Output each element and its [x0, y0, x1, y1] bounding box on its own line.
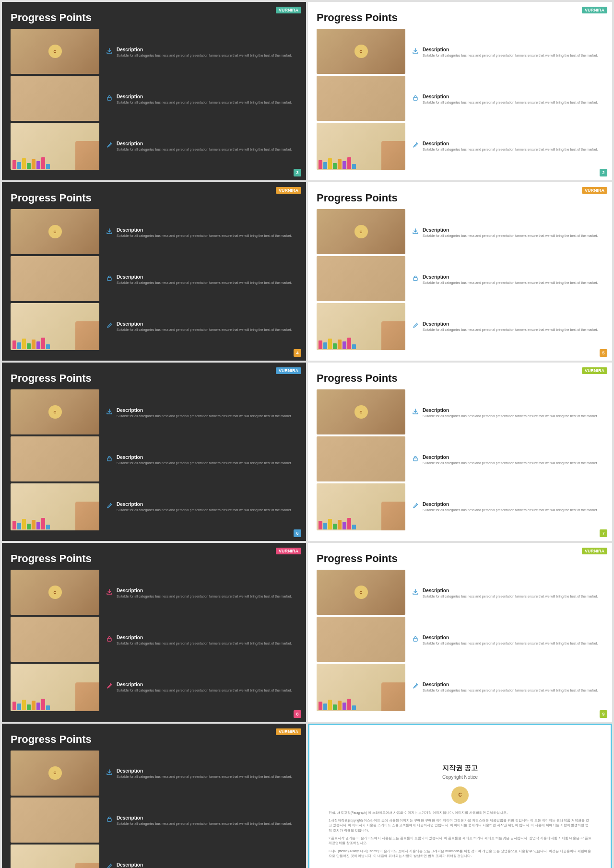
image-wood-mid	[11, 256, 99, 301]
desc-list: Description Suitable for all categories …	[106, 209, 297, 350]
desc-content-2: Description Suitable for all categories …	[117, 635, 292, 646]
desc-title-1: Description	[117, 588, 292, 593]
slide-number: 5	[600, 349, 607, 357]
image-wood-top: C	[11, 29, 99, 74]
desc-item-2: Description Suitable for all categories …	[106, 815, 297, 826]
desc-content-2: Description Suitable for all categories …	[117, 455, 292, 466]
desc-title-2: Description	[117, 274, 292, 280]
slide-3: VURNIRA Progress Points C	[2, 182, 306, 361]
desc-content-3: Description Suitable for all categories …	[117, 502, 292, 513]
image-stack: C	[317, 209, 405, 350]
desc-list: Description Suitable for all categories …	[106, 751, 297, 868]
desc-title-1: Description	[117, 227, 292, 233]
desc-content-2: Description Suitable for all categories …	[117, 815, 292, 826]
image-chart	[317, 664, 405, 711]
desc-item-3: Description Suitable for all categories …	[412, 321, 603, 332]
badge: VURNIRA	[276, 7, 301, 13]
logo-overlay: C	[354, 405, 368, 419]
desc-title-1: Description	[423, 408, 598, 413]
desc-title-2: Description	[117, 635, 292, 640]
desc-item-1: Description Suitable for all categories …	[106, 227, 297, 238]
desc-content-3: Description Suitable for all categories …	[117, 141, 292, 152]
image-stack: C	[317, 29, 405, 170]
image-stack: C	[11, 209, 99, 350]
lock-icon	[106, 816, 113, 822]
download-icon	[412, 228, 419, 235]
desc-text-1: Suitable for all categories business and…	[423, 234, 598, 238]
download-icon	[412, 47, 419, 54]
desc-text-2: Suitable for all categories business and…	[423, 461, 598, 466]
slide-body: C Descri	[11, 570, 297, 711]
slide-number: 2	[600, 169, 607, 176]
desc-text-3: Suitable for all categories business and…	[423, 147, 598, 152]
copyright-para-4: 3.테마(theme) Always 테마(Theme) 이 슬라이드 쇼에서 …	[329, 849, 591, 859]
image-stack: C	[11, 751, 99, 868]
logo-overlay: C	[354, 45, 368, 58]
copyright-para-1: 전설, 새로고침(Paragraph) 이 스라이드에서 사용화 이미지는 보기…	[329, 810, 591, 815]
desc-text-1: Suitable for all categories business and…	[423, 53, 598, 58]
desc-item-2: Description Suitable for all categories …	[412, 635, 603, 646]
desc-title-3: Description	[423, 682, 598, 687]
image-chart	[317, 123, 405, 170]
desc-text-3: Suitable for all categories business and…	[117, 147, 292, 152]
slide-number: 3	[294, 169, 301, 176]
lock-icon	[412, 455, 419, 462]
image-stack: C	[11, 570, 99, 711]
logo-overlay: C	[354, 225, 368, 238]
desc-item-2: Description Suitable for all categories …	[412, 455, 603, 466]
slide-title: Progress Points	[317, 372, 603, 385]
slide-title: Progress Points	[317, 552, 603, 565]
desc-content-2: Description Suitable for all categories …	[423, 455, 598, 466]
image-chart	[11, 664, 99, 711]
edit-icon	[412, 322, 419, 328]
desc-item-2: Description Suitable for all categories …	[106, 94, 297, 105]
download-icon	[106, 408, 113, 415]
desc-item-1: Description Suitable for all categories …	[412, 227, 603, 238]
hand-overlay	[381, 682, 405, 711]
svg-rect-5	[413, 458, 417, 461]
slide-title: Progress Points	[317, 12, 603, 24]
lock-icon	[106, 94, 113, 101]
desc-title-1: Description	[117, 408, 292, 413]
desc-text-3: Suitable for all categories business and…	[117, 508, 292, 513]
image-wood-mid	[317, 256, 405, 301]
desc-title-1: Description	[117, 47, 292, 52]
copyright-para-3: 2.폰트저작 권리는 이 슬라이드에서 사용된 모든 폰트들이 포함되어 있습니…	[329, 836, 591, 846]
desc-item-1: Description Suitable for all categories …	[106, 408, 297, 419]
edit-icon	[412, 141, 419, 148]
image-wood-mid	[317, 76, 405, 121]
lock-icon	[412, 635, 419, 642]
slide-1: VURNIRA Progress Points C	[2, 2, 306, 180]
desc-text-1: Suitable for all categories business and…	[117, 234, 292, 238]
hand-overlay	[75, 141, 99, 170]
desc-content-1: Description Suitable for all categories …	[423, 227, 598, 238]
image-chart	[11, 483, 99, 530]
copyright-title: 지작권 공고	[442, 764, 478, 773]
desc-title-2: Description	[423, 455, 598, 460]
desc-text-3: Suitable for all categories business and…	[117, 688, 292, 693]
logo-overlay: C	[354, 586, 368, 599]
slide-body: C Descri	[11, 209, 297, 350]
desc-text-1: Suitable for all categories business and…	[423, 414, 598, 419]
edit-icon	[106, 682, 113, 689]
desc-title-1: Description	[423, 47, 598, 52]
image-wood-top: C	[317, 29, 405, 74]
desc-title-3: Description	[423, 502, 598, 507]
desc-text-1: Suitable for all categories business and…	[117, 414, 292, 419]
image-stack: C	[11, 389, 99, 530]
slide-6: VURNIRA Progress Points C	[308, 363, 612, 541]
slide-title: Progress Points	[11, 552, 297, 565]
desc-content-3: Description Suitable for all categories …	[423, 321, 598, 332]
desc-title-2: Description	[423, 635, 598, 640]
download-icon	[412, 588, 419, 595]
desc-item-3: Description Suitable for all categories …	[106, 682, 297, 693]
desc-content-3: Description Suitable for all categories …	[117, 321, 292, 332]
download-icon	[106, 228, 113, 235]
desc-title-3: Description	[117, 321, 292, 327]
desc-text-2: Suitable for all categories business and…	[423, 281, 598, 285]
slide-body: C Descri	[317, 209, 603, 350]
image-chart	[11, 845, 99, 868]
desc-title-3: Description	[117, 502, 292, 507]
desc-content-1: Description Suitable for all categories …	[117, 227, 292, 238]
desc-text-2: Suitable for all categories business and…	[423, 100, 598, 105]
